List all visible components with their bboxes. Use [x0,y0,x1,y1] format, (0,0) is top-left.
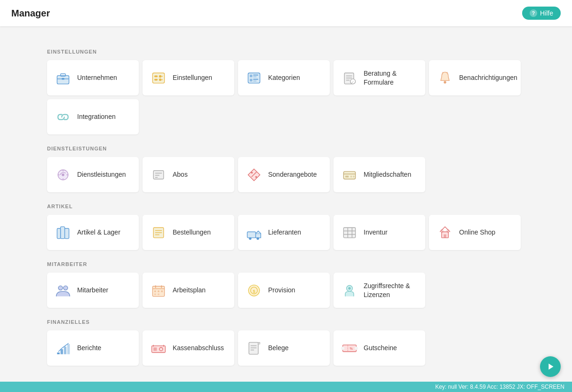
section-label-dienstleistungen: DIENSTLEISTUNGEN [47,146,525,151]
svg-rect-33 [153,171,164,179]
svg-point-79 [348,287,350,289]
help-button[interactable]: ? Hilfe [522,7,561,20]
articles-icon [55,224,72,241]
card-inventur[interactable]: Inventur [334,215,425,250]
svg-rect-85 [153,347,157,351]
card-kassenabschluss[interactable]: Kassenabschluss [143,330,234,366]
card-beratung[interactable]: ✓ Beratung & Formulare [334,60,425,95]
svg-rect-74 [158,293,159,295]
memberships-icon [341,166,358,183]
svg-rect-13 [253,74,258,75]
svg-rect-44 [353,175,355,177]
svg-rect-52 [247,232,256,238]
card-dienstleistungen[interactable]: Dienstleistungen [47,157,139,192]
card-label-einstellungen: Einstellungen [173,73,212,82]
card-berichte[interactable]: Berichte [47,330,139,366]
section-dienstleistungen: DIENSTLEISTUNGEN Dienstleistungen Abos S… [47,146,525,192]
main-content: EINSTELLUNGEN Unternehmen Einstellungen … [0,26,572,377]
play-icon [545,361,556,372]
card-label-integrationen: Integrationen [77,112,116,121]
card-integrationen[interactable]: Integrationen [47,99,139,134]
card-mitgliedschaften[interactable]: Mitgliedschaften [334,157,425,192]
card-unternehmen[interactable]: Unternehmen [47,60,139,95]
card-sonderangebote[interactable]: Sonderangebote [238,157,330,192]
inventory-icon [341,224,358,241]
svg-rect-43 [350,175,352,177]
card-label-zugriffsrechte: Zugriffsrechte & Lizenzen [364,282,418,298]
svg-rect-15 [250,78,252,81]
card-label-inventur: Inventur [364,228,388,236]
card-abos[interactable]: Abos [143,157,234,192]
svg-rect-80 [57,353,59,354]
card-bestellungen[interactable]: Bestellungen [143,215,234,250]
svg-text:%: % [350,346,353,350]
svg-rect-72 [161,290,163,292]
card-artikel-lager[interactable]: Artikel & Lager [47,215,139,250]
svg-rect-70 [154,290,156,292]
card-label-gutscheine: Gutscheine [364,344,397,352]
offers-icon [246,166,262,183]
svg-rect-73 [154,293,156,295]
fab-button[interactable] [540,356,561,377]
app-title: Manager [11,8,50,19]
svg-rect-16 [253,78,258,79]
employees-icon [55,282,72,299]
svg-rect-14 [253,76,256,77]
svg-rect-40 [343,171,355,179]
access-icon [341,282,358,299]
svg-rect-81 [61,349,63,354]
subs-icon [150,166,167,183]
card-label-berichte: Berichte [77,344,101,352]
schedule-icon [150,282,167,299]
consult-icon: ✓ [341,70,358,86]
card-benachrichtigungen[interactable]: Benachrichtigungen [429,60,521,95]
section-label-mitarbeiter: MITARBEITER [47,261,525,267]
card-zugriffsrechte[interactable]: Zugriffsrechte & Lizenzen [334,273,425,308]
svg-point-7 [159,75,161,77]
link-icon [55,109,72,125]
svg-rect-45 [61,227,65,238]
svg-rect-90 [258,342,260,344]
svg-rect-6 [154,78,158,80]
card-belege[interactable]: Belege [238,330,330,366]
svg-rect-63 [447,229,449,232]
svg-rect-47 [65,228,69,239]
vouchers-icon: % [341,340,358,357]
svg-rect-89 [249,342,258,354]
svg-point-95 [341,346,344,350]
card-label-bestellungen: Bestellungen [173,228,211,236]
help-icon: ? [530,9,537,17]
svg-point-53 [249,237,251,239]
card-lieferanten[interactable]: Lieferanten [238,215,330,250]
svg-rect-62 [441,229,443,232]
card-arbeitsplan[interactable]: Arbeitsplan [143,273,234,308]
card-mitarbeiter[interactable]: Mitarbeiter [47,273,139,308]
reports-icon [55,340,72,357]
card-label-provision: Provision [268,286,295,294]
card-kategorien[interactable]: Kategorien [238,60,330,95]
card-label-kategorien: Kategorien [268,73,300,82]
card-online-shop[interactable]: Online Shop [429,215,521,250]
section-label-finanzielles: FINANZIELLES [47,319,525,325]
card-grid-dienstleistungen: Dienstleistungen Abos Sonderangebote Mit… [47,157,525,192]
card-label-mitarbeiter: Mitarbeiter [77,286,108,294]
section-label-artikel: ARTIKEL [47,204,525,209]
svg-point-28 [62,173,64,176]
section-label-einstellungen: EINSTELLUNGEN [47,49,525,55]
svg-rect-55 [343,227,355,238]
card-grid-mitarbeiter: Mitarbeiter Arbeitsplan $ Provision Zugr… [47,273,525,308]
card-label-dienstleistungen: Dienstleistungen [77,170,126,179]
svg-point-8 [159,78,161,80]
card-gutscheine[interactable]: % Gutscheine [334,330,425,366]
help-label: Hilfe [540,9,553,17]
svg-rect-42 [345,175,349,177]
receipts-icon [246,340,262,357]
card-label-unternehmen: Unternehmen [77,73,117,82]
svg-rect-5 [154,75,158,77]
card-provision[interactable]: $ Provision [238,273,330,308]
orders-icon [150,224,167,241]
svg-point-24 [444,81,446,83]
svg-point-37 [251,172,253,173]
app-header: Manager ? Hilfe [0,0,572,26]
card-einstellungen[interactable]: Einstellungen [143,60,234,95]
